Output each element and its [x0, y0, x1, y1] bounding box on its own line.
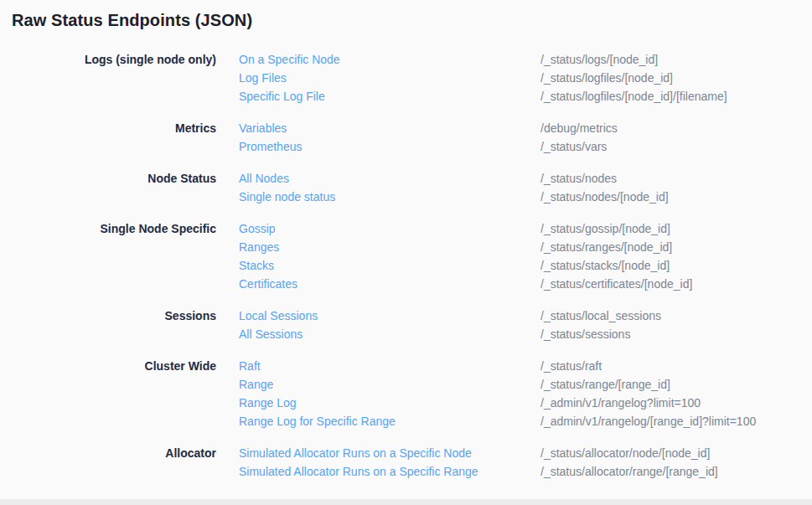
endpoint-path: /_status/raft: [540, 357, 602, 375]
endpoint-rows: Gossip/_status/gossip/[node_id]Ranges/_s…: [239, 219, 692, 293]
endpoint-section: Cluster WideRaft/_status/raftRange/_stat…: [0, 357, 812, 430]
endpoint-path: /_admin/v1/rangelog/[range_id]?limit=100: [540, 412, 756, 430]
endpoint-rows: Simulated Allocator Runs on a Specific N…: [239, 444, 718, 481]
endpoint-path: /_status/ranges/[node_id]: [540, 238, 672, 256]
endpoint-path: /_admin/v1/rangelog?limit=100: [540, 394, 701, 412]
endpoint-path: /_status/logs/[node_id]: [540, 50, 658, 69]
endpoint-link[interactable]: All Nodes: [239, 169, 540, 188]
endpoint-link[interactable]: Local Sessions: [239, 307, 540, 325]
endpoint-path: /_status/certificates/[node_id]: [540, 275, 692, 293]
endpoint-path: /_status/sessions: [540, 325, 630, 343]
endpoint-link[interactable]: Variables: [239, 119, 540, 137]
endpoint-link[interactable]: Range Log for Specific Range: [239, 412, 540, 430]
endpoint-section: MetricsVariables/debug/metricsPrometheus…: [0, 119, 812, 156]
endpoint-path: /_status/vars: [540, 137, 607, 156]
endpoint-path: /_status/logfiles/[node_id]: [540, 69, 673, 87]
endpoint-link[interactable]: Ranges: [239, 238, 540, 256]
endpoint-path: /_status/gossip/[node_id]: [540, 219, 670, 238]
endpoint-row: Local Sessions/_status/local_sessions: [239, 307, 661, 325]
endpoint-rows: All Nodes/_status/nodesSingle node statu…: [239, 169, 669, 206]
endpoints-table: Logs (single node only)On a Specific Nod…: [0, 50, 812, 481]
category-label: Node Status: [0, 169, 216, 188]
endpoint-section: AllocatorSimulated Allocator Runs on a S…: [0, 444, 812, 481]
endpoint-path: /_status/nodes/[node_id]: [540, 188, 669, 206]
endpoint-row: All Nodes/_status/nodes: [239, 169, 669, 188]
endpoint-link[interactable]: Gossip: [239, 219, 540, 238]
endpoint-link[interactable]: On a Specific Node: [239, 50, 540, 69]
endpoint-rows: Variables/debug/metricsPrometheus/_statu…: [239, 119, 618, 156]
endpoint-row: Log Files/_status/logfiles/[node_id]: [239, 69, 727, 87]
endpoint-path: /_status/allocator/node/[node_id]: [540, 444, 710, 462]
category-label: Sessions: [0, 307, 216, 325]
endpoint-section: Logs (single node only)On a Specific Nod…: [0, 50, 812, 106]
footer-band: [0, 499, 812, 505]
endpoint-link[interactable]: Simulated Allocator Runs on a Specific N…: [239, 444, 540, 462]
endpoint-rows: Raft/_status/raftRange/_status/range/[ra…: [239, 357, 756, 430]
endpoint-link[interactable]: Single node status: [239, 188, 540, 206]
endpoint-link[interactable]: All Sessions: [239, 325, 540, 343]
endpoint-link[interactable]: Range: [239, 375, 540, 394]
endpoint-row: Prometheus/_status/vars: [239, 137, 618, 156]
endpoint-row: Raft/_status/raft: [239, 357, 756, 375]
endpoint-row: Single node status/_status/nodes/[node_i…: [239, 188, 669, 206]
endpoint-row: Variables/debug/metrics: [239, 119, 618, 137]
page-title: Raw Status Endpoints (JSON): [0, 0, 812, 30]
category-label: Logs (single node only): [0, 50, 216, 69]
endpoint-row: Certificates/_status/certificates/[node_…: [239, 275, 692, 293]
endpoint-path: /_status/local_sessions: [540, 307, 661, 325]
endpoint-row: All Sessions/_status/sessions: [239, 325, 661, 343]
endpoint-rows: On a Specific Node/_status/logs/[node_id…: [239, 50, 727, 106]
endpoint-row: Range/_status/range/[range_id]: [239, 375, 756, 394]
endpoint-section: SessionsLocal Sessions/_status/local_ses…: [0, 307, 812, 343]
endpoint-row: Gossip/_status/gossip/[node_id]: [239, 219, 692, 238]
endpoint-path: /_status/stacks/[node_id]: [540, 256, 670, 275]
category-label: Cluster Wide: [0, 357, 216, 375]
endpoint-row: On a Specific Node/_status/logs/[node_id…: [239, 50, 727, 69]
category-label: Metrics: [0, 119, 216, 137]
endpoint-row: Specific Log File/_status/logfiles/[node…: [239, 87, 727, 106]
endpoint-link[interactable]: Prometheus: [239, 137, 540, 156]
raw-status-endpoints-page: Raw Status Endpoints (JSON) Logs (single…: [0, 0, 812, 505]
endpoint-row: Range Log for Specific Range/_admin/v1/r…: [239, 412, 756, 430]
endpoint-path: /_status/logfiles/[node_id]/[filename]: [540, 87, 727, 106]
endpoint-path: /_status/allocator/range/[range_id]: [540, 462, 718, 481]
endpoint-row: Stacks/_status/stacks/[node_id]: [239, 256, 692, 275]
endpoint-link[interactable]: Stacks: [239, 256, 540, 275]
endpoint-row: Ranges/_status/ranges/[node_id]: [239, 238, 692, 256]
endpoint-section: Single Node SpecificGossip/_status/gossi…: [0, 219, 812, 293]
category-label: Allocator: [0, 444, 216, 462]
endpoint-link[interactable]: Specific Log File: [239, 87, 540, 106]
category-label: Single Node Specific: [0, 219, 216, 238]
endpoint-row: Simulated Allocator Runs on a Specific N…: [239, 444, 718, 462]
endpoint-path: /debug/metrics: [540, 119, 618, 137]
endpoint-path: /_status/range/[range_id]: [540, 375, 670, 394]
endpoint-link[interactable]: Raft: [239, 357, 540, 375]
endpoint-path: /_status/nodes: [540, 169, 617, 188]
endpoint-row: Simulated Allocator Runs on a Specific R…: [239, 462, 718, 481]
endpoint-link[interactable]: Certificates: [239, 275, 540, 293]
endpoint-link[interactable]: Range Log: [239, 394, 540, 412]
endpoint-row: Range Log/_admin/v1/rangelog?limit=100: [239, 394, 756, 412]
endpoint-rows: Local Sessions/_status/local_sessionsAll…: [239, 307, 661, 343]
endpoint-link[interactable]: Simulated Allocator Runs on a Specific R…: [239, 462, 540, 481]
endpoint-link[interactable]: Log Files: [239, 69, 540, 87]
endpoint-section: Node StatusAll Nodes/_status/nodesSingle…: [0, 169, 812, 206]
